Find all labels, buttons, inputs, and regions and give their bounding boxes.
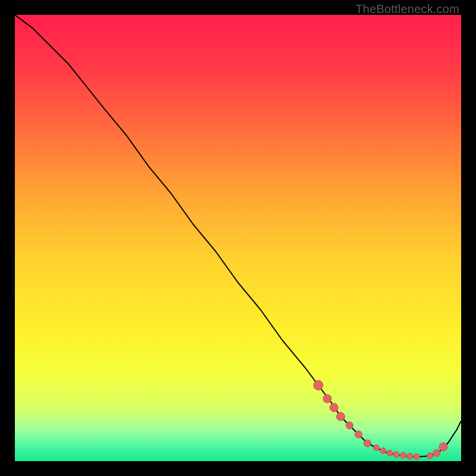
data-point (433, 450, 440, 457)
chart-frame: TheBottleneck.com (0, 0, 476, 476)
data-point (393, 452, 399, 458)
data-point (374, 445, 380, 451)
data-point (400, 452, 406, 458)
data-point (439, 443, 447, 451)
data-point (314, 381, 323, 390)
data-point (414, 454, 419, 460)
watermark-text: TheBottleneck.com (355, 2, 459, 16)
gradient-background (15, 15, 461, 461)
data-point (387, 450, 393, 456)
data-point (337, 412, 345, 421)
data-point (323, 394, 331, 403)
data-point (380, 448, 386, 454)
data-point (346, 422, 353, 429)
data-point (355, 431, 362, 438)
data-point (407, 453, 413, 459)
data-point (427, 453, 433, 459)
data-point (364, 440, 371, 447)
data-point (330, 403, 338, 412)
bottleneck-chart (15, 15, 461, 461)
